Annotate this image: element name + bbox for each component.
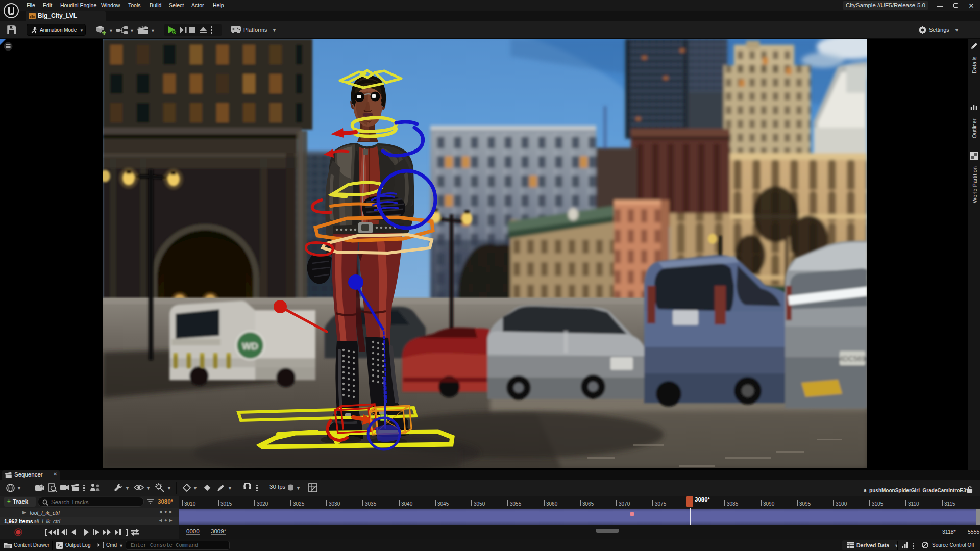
svg-text:WD: WD	[242, 341, 258, 352]
svg-text:4DC569: 4DC569	[839, 355, 866, 363]
